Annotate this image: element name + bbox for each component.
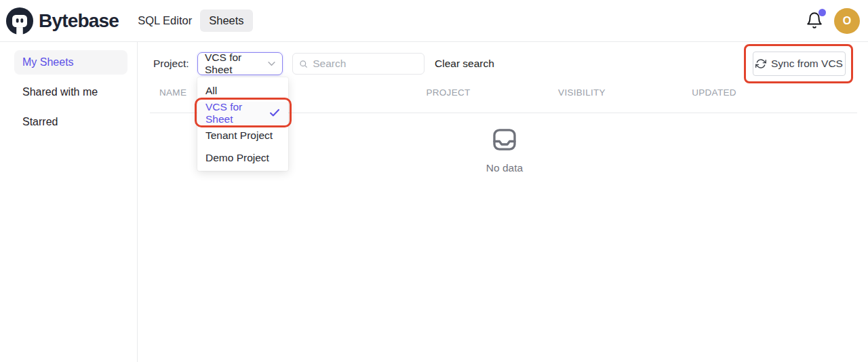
sidebar-item-shared-with-me[interactable]: Shared with me [14,80,127,104]
column-header-name: NAME [159,87,186,98]
empty-state: No data [472,126,537,174]
dropdown-option-vcs-for-sheet[interactable]: VCS for Sheet [197,102,288,124]
app-header: Bytebase SQL Editor Sheets O [0,0,868,42]
project-label: Project: [153,52,189,75]
project-dropdown-menu: All VCS for Sheet Tenant Project Demo Pr… [197,77,288,171]
nav-sql-editor[interactable]: SQL Editor [138,14,192,27]
tab-sheets[interactable]: Sheets [200,9,252,32]
column-header-project: PROJECT [408,87,489,98]
clear-search-link[interactable]: Clear search [435,52,494,75]
search-box [292,53,425,75]
app-window: Bytebase SQL Editor Sheets O My Sheets S… [0,0,868,362]
avatar[interactable]: O [834,8,860,34]
chevron-down-icon [268,61,275,66]
search-input[interactable] [313,58,418,70]
notifications-button[interactable] [806,11,825,31]
sidebar-item-starred[interactable]: Starred [14,110,127,134]
brand[interactable]: Bytebase [5,7,119,35]
column-header-updated: UPDATED [673,87,755,98]
sidebar-item-my-sheets[interactable]: My Sheets [14,50,127,75]
sync-from-vcs-button[interactable]: Sync from VCS [753,52,846,76]
sidebar: My Sheets Shared with me Starred [0,42,138,362]
check-icon [269,108,280,117]
top-nav: SQL Editor Sheets [138,9,252,32]
project-select-value: VCS for Sheet [205,52,268,76]
brand-name: Bytebase [39,10,119,32]
sync-button-label: Sync from VCS [771,58,843,70]
dropdown-option-tenant-project[interactable]: Tenant Project [197,124,288,146]
dropdown-option-all[interactable]: All [197,79,288,102]
notification-badge-dot [818,9,826,16]
inbox-icon [491,126,518,153]
header-actions: O [806,8,860,34]
dropdown-option-label: VCS for Sheet [205,101,269,125]
search-icon [299,59,308,69]
project-select[interactable]: VCS for Sheet [197,52,283,75]
main-content: Project: VCS for Sheet Clear search [138,42,868,362]
dropdown-option-demo-project[interactable]: Demo Project [197,146,288,169]
column-header-visibility: VISIBILITY [541,87,623,98]
sync-icon [755,58,766,69]
bytebase-logo-icon [5,7,34,35]
empty-state-label: No data [486,162,523,174]
